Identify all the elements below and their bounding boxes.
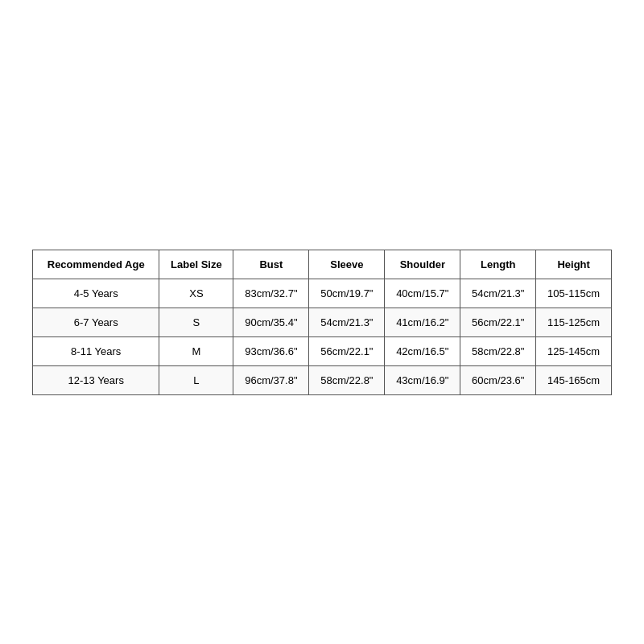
cell-age: 12-13 Years: [33, 365, 159, 394]
cell-length: 54cm/21.3": [460, 279, 536, 308]
cell-sleeve: 50cm/19.7": [309, 279, 385, 308]
cell-label-size: M: [159, 336, 233, 365]
col-header-age: Recommended Age: [33, 250, 159, 279]
col-header-height: Height: [536, 250, 612, 279]
cell-age: 6-7 Years: [33, 308, 159, 336]
cell-age: 8-11 Years: [33, 336, 159, 365]
cell-bust: 83cm/32.7": [233, 279, 309, 308]
col-header-label-size: Label Size: [159, 250, 233, 279]
cell-shoulder: 42cm/16.5": [385, 336, 460, 365]
cell-bust: 96cm/37.8": [233, 365, 309, 394]
cell-label-size: S: [159, 308, 233, 336]
cell-shoulder: 43cm/16.9": [385, 365, 460, 394]
table-header-row: Recommended Age Label Size Bust Sleeve S…: [33, 250, 612, 279]
col-header-sleeve: Sleeve: [309, 250, 385, 279]
table-row: 12-13 YearsL96cm/37.8"58cm/22.8"43cm/16.…: [33, 365, 612, 394]
cell-height: 145-165cm: [536, 365, 612, 394]
cell-sleeve: 56cm/22.1": [309, 336, 385, 365]
table-row: 4-5 YearsXS83cm/32.7"50cm/19.7"40cm/15.7…: [33, 279, 612, 308]
cell-length: 56cm/22.1": [460, 308, 536, 336]
cell-bust: 93cm/36.6": [233, 336, 309, 365]
cell-height: 125-145cm: [536, 336, 612, 365]
size-chart-table: Recommended Age Label Size Bust Sleeve S…: [32, 250, 612, 395]
cell-shoulder: 41cm/16.2": [385, 308, 460, 336]
cell-shoulder: 40cm/15.7": [385, 279, 460, 308]
table-row: 8-11 YearsM93cm/36.6"56cm/22.1"42cm/16.5…: [33, 336, 612, 365]
size-chart-container: Recommended Age Label Size Bust Sleeve S…: [32, 250, 612, 395]
cell-length: 60cm/23.6": [460, 365, 536, 394]
cell-height: 105-115cm: [536, 279, 612, 308]
table-row: 6-7 YearsS90cm/35.4"54cm/21.3"41cm/16.2"…: [33, 308, 612, 336]
cell-bust: 90cm/35.4": [233, 308, 309, 336]
col-header-length: Length: [460, 250, 536, 279]
cell-height: 115-125cm: [536, 308, 612, 336]
cell-age: 4-5 Years: [33, 279, 159, 308]
col-header-bust: Bust: [233, 250, 309, 279]
cell-length: 58cm/22.8": [460, 336, 536, 365]
cell-label-size: L: [159, 365, 233, 394]
col-header-shoulder: Shoulder: [385, 250, 460, 279]
cell-sleeve: 54cm/21.3": [309, 308, 385, 336]
cell-sleeve: 58cm/22.8": [309, 365, 385, 394]
cell-label-size: XS: [159, 279, 233, 308]
